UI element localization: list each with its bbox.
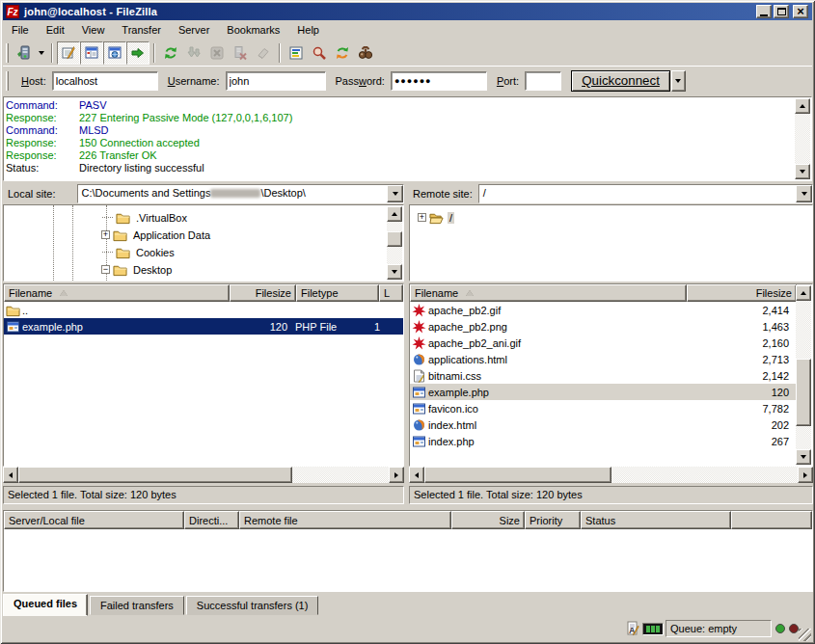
- tree-item-desktop[interactable]: − Desktop: [101, 261, 174, 278]
- tree-item-cookies[interactable]: Cookies: [102, 244, 177, 260]
- menu-transfer[interactable]: Transfer: [113, 21, 170, 39]
- remote-list-scrollbar[interactable]: [796, 285, 811, 465]
- scrollbar-thumb[interactable]: [18, 467, 292, 483]
- toggle-transfer-queue-button[interactable]: [126, 41, 149, 65]
- quickconnect-button[interactable]: Quickconnect: [571, 70, 670, 92]
- port-input[interactable]: [525, 71, 561, 91]
- redacted-username: [210, 189, 260, 198]
- tree-item-root[interactable]: + /: [418, 209, 454, 226]
- column-header-server-local-file[interactable]: Server/Local file: [4, 511, 184, 529]
- scroll-up-button[interactable]: [796, 285, 811, 301]
- file-row[interactable]: apache_pb2_ani.gif 2,160: [410, 335, 797, 351]
- scrollbar-thumb[interactable]: [424, 467, 611, 483]
- toggle-local-tree-button[interactable]: [80, 41, 103, 65]
- file-row[interactable]: bitnami.css 2,142: [410, 367, 797, 384]
- site-manager-dropdown-button[interactable]: [35, 41, 47, 65]
- tab-successful-transfers[interactable]: Successful transfers (1): [186, 596, 319, 615]
- close-button[interactable]: ×: [793, 5, 808, 18]
- file-row[interactable]: index.html 202: [410, 416, 797, 433]
- minimize-button[interactable]: [756, 5, 772, 18]
- scrollbar-thumb[interactable]: [387, 231, 402, 247]
- cancel-operation-button[interactable]: [205, 41, 229, 65]
- scroll-left-button[interactable]: [3, 467, 18, 483]
- remote-list-hscrollbar[interactable]: [409, 467, 813, 483]
- column-header-filetype[interactable]: Filetype: [296, 284, 379, 302]
- scroll-down-button[interactable]: [796, 449, 811, 465]
- toggle-remote-tree-button[interactable]: [103, 41, 126, 65]
- title-bar[interactable]: Fz john@localhost - FileZilla ×: [3, 3, 812, 20]
- menu-view[interactable]: View: [73, 21, 114, 39]
- disconnect-button[interactable]: [229, 41, 252, 65]
- column-header-size[interactable]: Size: [451, 511, 525, 529]
- menu-file[interactable]: File: [3, 21, 38, 39]
- column-header-filesize[interactable]: Filesize: [687, 284, 797, 302]
- tab-queued-files[interactable]: Queued files: [3, 594, 88, 616]
- menu-bookmarks[interactable]: Bookmarks: [218, 21, 288, 39]
- tree-item-application-data[interactable]: + Application Data: [101, 227, 212, 243]
- local-list-hscrollbar[interactable]: [3, 467, 404, 483]
- scrollbar-thumb[interactable]: [796, 359, 811, 426]
- folder-icon: [113, 263, 127, 277]
- reconnect-button[interactable]: [252, 41, 275, 65]
- menu-help[interactable]: Help: [288, 21, 328, 39]
- column-header-filesize[interactable]: Filesize: [230, 284, 296, 302]
- menu-server[interactable]: Server: [170, 21, 218, 39]
- file-row-selected[interactable]: example.php 120 PHP File 1: [4, 318, 403, 335]
- refresh-button[interactable]: [159, 41, 182, 65]
- menu-edit[interactable]: Edit: [38, 21, 73, 39]
- image-file-icon: [412, 336, 426, 350]
- arrow-down-icon: [392, 270, 397, 274]
- scroll-down-button[interactable]: [387, 264, 402, 280]
- column-header-direction[interactable]: Directi...: [184, 511, 239, 529]
- file-row-selected[interactable]: example.php 120: [410, 384, 797, 400]
- expand-plus-icon[interactable]: +: [101, 230, 110, 239]
- synchronized-browsing-button[interactable]: [331, 41, 354, 65]
- scroll-down-button[interactable]: [795, 164, 810, 179]
- column-header-last-modified[interactable]: L: [379, 284, 403, 302]
- host-input[interactable]: [52, 71, 158, 91]
- local-path-dropdown-button[interactable]: [387, 185, 403, 202]
- local-directory-tree: .VirtualBox + Application Data Cookies −…: [3, 204, 404, 282]
- log-scrollbar[interactable]: [795, 98, 810, 179]
- tab-failed-transfers[interactable]: Failed transfers: [90, 596, 184, 615]
- local-site-combobox[interactable]: C:\Documents and Settings\Desktop\: [77, 184, 404, 203]
- file-row-parent-dir[interactable]: ..: [4, 302, 403, 318]
- column-header-filename[interactable]: Filename: [4, 284, 230, 302]
- window-title: john@localhost - FileZilla: [24, 6, 157, 17]
- column-header-status[interactable]: Status: [581, 511, 731, 529]
- find-files-button[interactable]: [354, 41, 377, 65]
- remote-site-combobox[interactable]: /: [478, 184, 813, 203]
- scroll-right-button[interactable]: [798, 467, 813, 483]
- scroll-right-button[interactable]: [389, 467, 404, 483]
- column-header-filename[interactable]: Filename: [410, 284, 687, 302]
- file-row[interactable]: applications.html 2,713: [410, 351, 797, 367]
- remote-path-dropdown-button[interactable]: [796, 185, 812, 202]
- php-file-icon: [412, 435, 426, 448]
- scroll-up-button[interactable]: [795, 98, 810, 114]
- file-row[interactable]: apache_pb2.png 1,463: [410, 318, 797, 335]
- username-input[interactable]: [226, 71, 326, 91]
- column-header-priority[interactable]: Priority: [525, 511, 581, 529]
- quickconnect-dropdown-button[interactable]: [671, 70, 686, 92]
- file-row[interactable]: apache_pb2.gif 2,414: [410, 302, 797, 318]
- local-tree-scrollbar[interactable]: [387, 206, 402, 280]
- resize-grip[interactable]: [799, 629, 811, 641]
- quickbar-grip[interactable]: [6, 71, 9, 91]
- filter-button[interactable]: [285, 41, 308, 65]
- file-row[interactable]: index.php 267: [410, 433, 797, 449]
- process-queue-button[interactable]: [182, 41, 205, 65]
- tree-item-virtualbox[interactable]: .VirtualBox: [102, 209, 189, 226]
- file-row[interactable]: favicon.ico 7,782: [410, 400, 797, 416]
- column-header-remote-file[interactable]: Remote file: [239, 511, 451, 529]
- collapse-minus-icon[interactable]: −: [101, 265, 110, 274]
- expand-plus-icon[interactable]: +: [418, 213, 426, 222]
- directory-comparison-button[interactable]: [308, 41, 331, 65]
- scroll-left-button[interactable]: [409, 467, 424, 483]
- site-manager-button[interactable]: [12, 41, 35, 65]
- magnifier-icon: [312, 45, 327, 61]
- maximize-button[interactable]: [774, 5, 789, 18]
- toolbar-grip[interactable]: [6, 43, 9, 63]
- password-input[interactable]: [391, 71, 487, 91]
- scroll-up-button[interactable]: [387, 206, 402, 222]
- toggle-message-log-button[interactable]: [57, 41, 80, 65]
